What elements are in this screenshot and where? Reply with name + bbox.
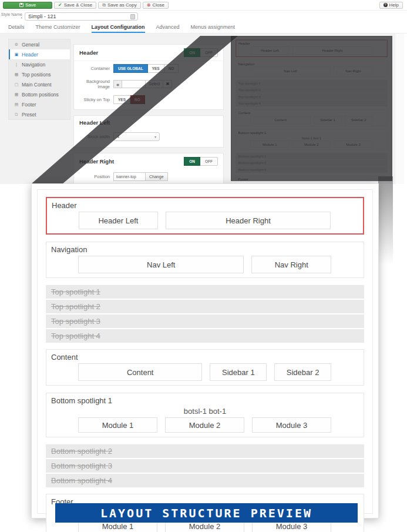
chevron-down-icon: ▾ [154,135,156,139]
preview-box-nav-right: Nav Right [251,256,331,273]
background-clear-button[interactable]: ✖ [163,80,172,88]
sidebar-item-label: Footer [22,102,36,108]
container-button-group: USE GLOBAL YES NO [113,64,179,73]
close-button[interactable]: ⊗Close [143,2,169,9]
preview-section-label: Bottom spotlight 1 [51,396,359,405]
preview-section-label: Content [51,353,359,362]
position-input[interactable]: banner-top [113,172,146,181]
header-right-on-button[interactable]: ON [184,157,200,166]
preview-box-module-2: Module 2 [165,417,244,433]
preview-box-module-1: Module 1 [78,417,157,433]
preview-disabled-position: Bottom spotlight 3 [46,459,364,473]
tab-bar: DetailsTheme CustomizerLayout Configurat… [0,22,407,34]
preview-section-label: Navigation [51,245,359,254]
preview-box-sidebar-2: Sidebar 2 [274,363,331,381]
sidebar-item-label: General [22,42,39,48]
close-icon: ⊗ [147,2,151,8]
preview-box-module-3: Module 3 [252,417,331,433]
position-label: Position [79,174,113,179]
config-panel: Header ON OFF Container USE GLOBAL YES N… [73,44,224,206]
header-right-toggle: ON OFF [184,157,218,166]
sidebar-item-label: Top positions [22,72,51,78]
preview-section-content: ContentContentSidebar 1Sidebar 2 [46,349,364,386]
style-name-row: Style Name * Simpli - 121 [0,11,407,22]
preview-banner: LAYOUT STRUCTURE PREVIEW [55,503,358,523]
container-use-global-button[interactable]: USE GLOBAL [113,64,148,73]
eye-icon: ◉ [113,80,122,88]
tab-menus-assignment[interactable]: Menus assignment [191,24,236,33]
sidebar-item-label: Header [22,52,38,58]
input-addon-icon [130,14,135,19]
magnifier-source-overlay [231,36,392,181]
sidebar-item-header[interactable]: ▣Header [9,49,70,59]
tab-advanced[interactable]: Advanced [156,24,180,33]
sidebar-item-general[interactable]: ⚙General [9,39,70,49]
position-change-button[interactable]: Change [146,172,168,181]
style-name-input[interactable]: Simpli - 121 [25,12,138,21]
layout-icon: ▢ [14,82,19,87]
preview-section-label: Header [52,201,358,210]
save-button[interactable]: Save [3,2,52,9]
container-label: Container [79,66,113,71]
file-icon: 🗋 [14,112,19,116]
panel-shadow [378,176,393,265]
layout-preview-canvas: HeaderHeader LeftHeader RightNavigationN… [37,189,373,514]
layout-preview-panel: HeaderHeader LeftHeader RightNavigationN… [31,183,379,518]
background-image-input[interactable] [122,80,146,88]
help-button[interactable]: ?Help [379,2,403,9]
save-copy-button[interactable]: ⧉Save as Copy [98,2,141,9]
sidebar-item-bottom-positions[interactable]: ▦Bottom positions [9,89,70,99]
sidebar-item-top-positions[interactable]: ▦Top positions [9,69,70,79]
background-select-button[interactable]: Select [146,80,163,88]
block-width-value: 4 [117,134,119,139]
footer-icon: ▤ [14,102,19,107]
tab-layout-configuration[interactable]: Layout Configuration [92,24,145,33]
sticky-label: Sticky on Top [79,97,113,102]
help-icon: ? [384,3,388,7]
preview-section-header: HeaderHeader LeftHeader Right [46,197,364,235]
toolbar: Save ✔Save & Close ⧉Save as Copy ⊗Close … [0,0,407,11]
sticky-no-button[interactable]: NO [130,95,145,104]
preview-box-sidebar-1: Sidebar 1 [210,363,267,381]
style-name-label: Style Name * [0,12,25,21]
preview-disabled-position: Top spotlight 3 [46,314,364,328]
preview-box-row: ContentSidebar 1Sidebar 2 [78,363,331,381]
tab-theme-customizer[interactable]: Theme Customizer [36,24,80,33]
header-right-card-title: Header Right [79,158,114,165]
header-right-off-button[interactable]: OFF [200,157,218,166]
sticky-yes-button[interactable]: YES [113,95,130,104]
settings-sidebar: ⚙General▣Header∣Navigation▦Top positions… [8,39,70,120]
navigation-icon: ∣ [14,62,19,67]
tab-details[interactable]: Details [8,24,25,33]
save-close-button[interactable]: ✔Save & Close [54,2,96,9]
sidebar-item-label: Navigation [22,62,45,68]
header-left-card-title: Header Left [79,119,110,126]
header-off-button[interactable]: OFF [200,48,218,57]
preview-box-header-right: Header Right [166,212,331,229]
position-field: banner-top Change [113,172,168,181]
sidebar-item-footer[interactable]: ▤Footer [9,99,70,109]
header-on-button[interactable]: ON [184,48,200,57]
sticky-button-group: YES NO [113,95,145,104]
header-toggle: ON OFF [184,48,218,57]
preview-disabled-position: Bottom spotlight 2 [46,444,364,458]
container-no-button[interactable]: NO [164,64,179,73]
copy-icon: ⧉ [102,2,106,8]
preview-position-note: botsl-1 bot-1 [51,407,359,416]
block-width-select[interactable]: 4 ▾ [113,132,160,141]
container-yes-button[interactable]: YES [148,64,164,73]
check-icon: ✔ [58,2,62,8]
sidebar-item-main-content[interactable]: ▢Main Content [9,79,70,89]
scrollbar-track[interactable] [395,34,404,184]
sidebar-item-navigation[interactable]: ∣Navigation [9,59,70,69]
preview-disabled-position: Top spotlight 2 [46,300,364,313]
header-section-card: Header ON OFF Container USE GLOBAL YES N… [73,44,224,110]
save-icon [19,3,23,7]
grid-icon: ▦ [14,92,19,97]
sidebar-item-preset[interactable]: 🗋Preset [9,109,70,119]
header-card-title: Header [79,49,98,56]
background-image-field: ◉ Select ✖ [113,80,172,88]
header-icon: ▣ [14,52,19,57]
sidebar-item-label: Bottom positions [22,92,59,98]
preview-section-bottom-spotlight-1: Bottom spotlight 1botsl-1 bot-1Module 1M… [46,393,364,437]
